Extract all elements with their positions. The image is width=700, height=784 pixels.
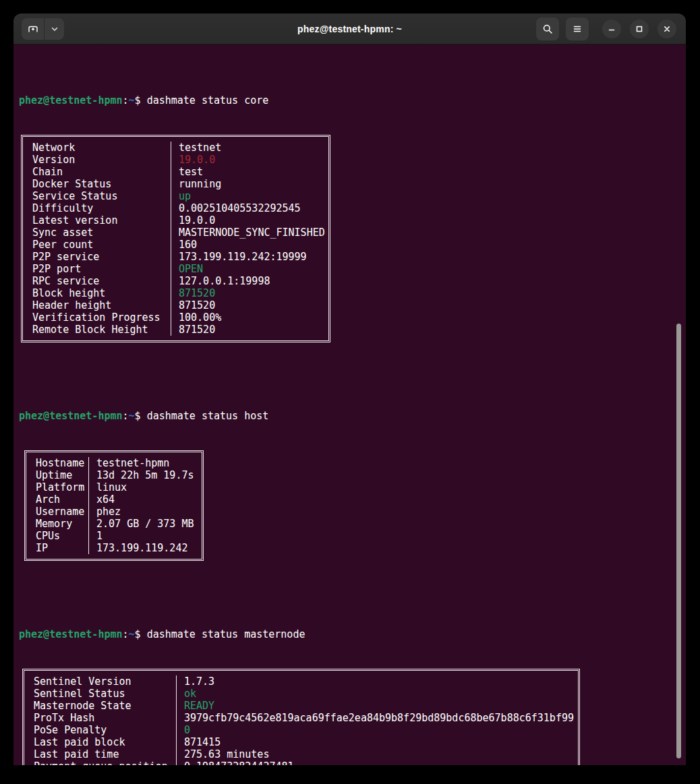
table-row: IP173.199.119.242 [26,542,202,554]
chevron-down-icon [50,24,59,34]
minimize-icon [607,24,616,34]
table-row: P2P service173.199.119.242:19999 [23,251,328,263]
row-value: phez [88,506,202,518]
hamburger-menu-icon [572,24,583,34]
row-label: Latest version [23,214,171,227]
row-label: Platform [26,481,88,493]
row-label: Header height [23,299,171,311]
row-label: P2P service [23,251,171,263]
row-value: MASTERNODE_SYNC_FINISHED [171,227,328,239]
menu-button[interactable] [566,18,589,40]
prompt-line: phez@testnet-hpmn:~$ dashmate status cor… [19,94,680,107]
titlebar: phez@testnet-hpmn: ~ [13,13,686,44]
row-label: Peer count [23,239,171,251]
row-label: Service Status [23,190,171,202]
row-value: 1 [88,530,202,542]
row-value: 13d 22h 5m 19.7s [88,469,202,481]
row-value: 160 [171,239,328,251]
table-row: Platformlinux [26,481,202,493]
row-value: up [171,190,328,202]
prompt-path: ~ [129,410,135,422]
terminal-output: phez@testnet-hpmn:~$ dashmate status cor… [13,44,686,765]
row-label: Sync asset [23,227,171,239]
table-row: Remote Block Height871520 [23,324,328,336]
new-tab-button[interactable] [22,18,44,40]
row-label: Verification Progress [23,311,171,324]
table-row: Latest version19.0.0 [23,214,328,227]
table-row: Last paid time275.63 minutes [24,748,578,760]
new-tab-split-button [22,18,64,40]
table-row: Networktestnet [23,142,328,154]
row-value: 19.0.0 [171,214,328,227]
table-row: Block height871520 [23,287,328,299]
table-row: Peer count160 [23,239,328,251]
row-label: PoSe Penalty [24,724,176,736]
table-row: Version19.0.0 [23,154,328,166]
row-label: CPUs [26,530,88,542]
table-row: Memory2.07 GB / 373 MB [26,518,202,530]
new-tab-icon [28,24,38,34]
scrollbar-thumb[interactable] [676,324,681,758]
row-value: test [171,166,328,178]
row-label: RPC service [23,275,171,287]
table-row: RPC service127.0.0.1:19998 [23,275,328,287]
table-row: Last paid block871415 [24,736,578,748]
terminal-window: phez@testnet-hpmn: ~ [13,13,686,765]
row-value: 871415 [176,736,578,748]
table-row: P2P portOPEN [23,263,328,275]
row-label: Sentinel Version [24,675,176,688]
row-value: 2.07 GB / 373 MB [88,518,202,530]
row-value: 871520 [171,287,328,299]
core-status-table: NetworktestnetVersion19.0.0ChaintestDock… [21,135,330,342]
search-button[interactable] [536,18,559,40]
row-value: linux [88,481,202,493]
row-label: Masternode State [24,700,176,712]
table-row: Difficulty0.002510405532292545 [23,202,328,214]
table-row: ProTx Hash3979cfb79c4562e819aca69ffae2ea… [24,712,578,724]
table-row: Verification Progress100.00% [23,311,328,324]
row-value: ok [176,688,578,700]
table-row: Service Statusup [23,190,328,202]
command-text: dashmate status host [147,410,269,422]
search-icon [542,24,553,34]
row-value: 275.63 minutes [176,748,578,760]
row-value: OPEN [171,263,328,275]
row-value: 871520 [171,324,328,336]
row-label: Memory [26,518,88,530]
table-row: Payment queue position0.1984732824427481 [24,760,578,765]
table-row: Sync assetMASTERNODE_SYNC_FINISHED [23,227,328,239]
row-value: 0 [176,724,578,736]
row-label: P2P port [23,263,171,275]
minimize-button[interactable] [602,20,621,38]
table-row: PoSe Penalty0 [24,724,578,736]
row-value: 127.0.0.1:19998 [171,275,328,287]
row-label: Block height [23,287,171,299]
table-row: Usernamephez [26,506,202,518]
tab-list-dropdown-button[interactable] [44,18,64,40]
row-value: running [171,178,328,190]
row-value: 871520 [171,299,328,311]
row-label: Sentinel Status [24,688,176,700]
maximize-button[interactable] [630,20,649,38]
table-row: Chaintest [23,166,328,178]
row-label: Version [23,154,171,166]
table-row: CPUs1 [26,530,202,542]
row-label: ProTx Hash [24,712,176,724]
row-value: testnet-hpmn [88,457,202,469]
close-icon [662,24,672,34]
row-value: 173.199.119.242 [88,542,202,554]
row-value: 19.0.0 [171,154,328,166]
row-label: Hostname [26,457,88,469]
row-value: 173.199.119.242:19999 [171,251,328,263]
table-row: Sentinel Version1.7.3 [24,675,578,688]
prompt-user-host: phez@testnet-hpmn [19,410,123,422]
row-value: 3979cfb79c4562e819aca69ffae2ea84b9b8f29b… [176,712,578,724]
row-label: Last paid block [24,736,176,748]
host-status-table: Hostnametestnet-hpmnUptime13d 22h 5m 19.… [24,450,204,561]
close-button[interactable] [658,20,676,38]
row-label: Docker Status [23,178,171,190]
table-row: Masternode StateREADY [24,700,578,712]
prompt-path: ~ [129,628,135,640]
table-row: Uptime13d 22h 5m 19.7s [26,469,202,481]
row-label: Chain [23,166,171,178]
